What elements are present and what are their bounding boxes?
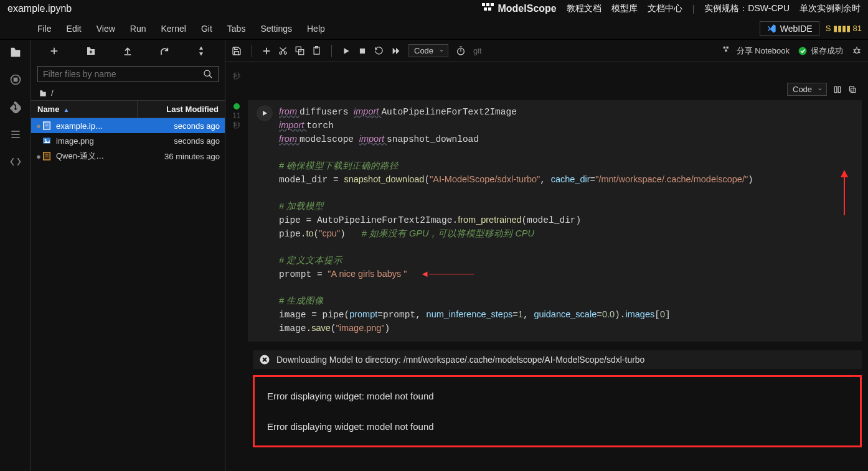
- breadcrumb[interactable]: /: [31, 86, 225, 100]
- svg-marker-38: [396, 47, 399, 54]
- notebook-area: Code git 分享 Notebook 保存成功 秒: [225, 40, 868, 471]
- svg-rect-43: [726, 46, 728, 48]
- upload-button[interactable]: [123, 46, 133, 56]
- nav-models[interactable]: 模型库: [611, 3, 638, 14]
- svg-point-27: [280, 52, 282, 54]
- share-notebook-button[interactable]: 分享 Notebook: [723, 45, 790, 57]
- menu-help[interactable]: Help: [307, 24, 325, 34]
- code-editor[interactable]: from diffusers import AutoPipelineForTex…: [279, 105, 753, 335]
- svg-rect-42: [724, 46, 725, 48]
- refresh-button[interactable]: [159, 46, 169, 56]
- menu-bar: File Edit View Run Kernel Git Tabs Setti…: [0, 17, 868, 40]
- filter-files-box[interactable]: [37, 66, 219, 82]
- top-right-nav: ModelScope 教程文档 模型库 文档中心 | 实例规格：DSW-CPU …: [481, 2, 861, 15]
- svg-point-46: [855, 49, 859, 53]
- files-header: Name▲ Last Modified: [31, 100, 225, 118]
- col-modified[interactable]: Last Modified: [138, 101, 225, 118]
- svg-rect-55: [849, 86, 854, 91]
- menu-view[interactable]: View: [97, 24, 115, 34]
- copy-button[interactable]: [295, 46, 304, 55]
- svg-point-19: [45, 139, 47, 141]
- cell-dropdown[interactable]: Code: [787, 83, 827, 96]
- cut-button[interactable]: [278, 46, 288, 55]
- file-row[interactable]: ●example.ip…seconds ago: [31, 118, 225, 133]
- sort-caret-icon: ▲: [63, 106, 69, 113]
- menu-tabs[interactable]: Tabs: [227, 24, 246, 34]
- svg-line-49: [859, 49, 860, 50]
- svg-line-48: [854, 49, 855, 50]
- svg-point-28: [284, 52, 286, 54]
- svg-line-50: [854, 52, 855, 52]
- cell-type-select[interactable]: Code: [408, 44, 448, 57]
- vscode-icon: [767, 24, 776, 34]
- running-tab[interactable]: [8, 72, 23, 87]
- git-tab[interactable]: [8, 100, 23, 114]
- file-row[interactable]: image.pngseconds ago: [31, 133, 225, 148]
- git-indicator[interactable]: git: [473, 46, 482, 55]
- svg-rect-53: [838, 86, 841, 92]
- svg-line-30: [280, 48, 285, 52]
- notebook-icon: [41, 121, 52, 131]
- run-all-button[interactable]: [391, 46, 401, 56]
- modelscope-logo[interactable]: ModelScope: [481, 2, 556, 15]
- insert-cell-button[interactable]: [262, 47, 271, 55]
- toc-tab[interactable]: [8, 127, 23, 142]
- restart-button[interactable]: [374, 46, 384, 55]
- filter-input[interactable]: [43, 69, 203, 79]
- timing-button[interactable]: [456, 46, 466, 56]
- output-line: Downloading Model to directory: /mnt/wor…: [253, 350, 862, 369]
- cell-expand-button[interactable]: [833, 85, 842, 94]
- annotation-arrow-up: [838, 169, 851, 218]
- svg-marker-37: [393, 47, 396, 54]
- error-line: Error displaying widget: model not found: [262, 411, 852, 442]
- file-name: image.png: [56, 136, 174, 146]
- new-launcher-button[interactable]: [49, 46, 59, 56]
- run-button[interactable]: [342, 47, 351, 55]
- menu-edit[interactable]: Edit: [67, 24, 82, 34]
- check-icon: [798, 47, 807, 55]
- col-name[interactable]: Name▲: [31, 101, 138, 118]
- notebook-icon: [41, 151, 52, 161]
- save-status: 保存成功: [798, 45, 843, 57]
- stage-badge: S ▮▮▮▮ 81: [826, 24, 862, 33]
- code-cell[interactable]: Code from diffusers import AutoPipelineF…: [248, 100, 862, 342]
- extensions-tab[interactable]: [8, 154, 23, 169]
- git-sync-button[interactable]: [196, 45, 207, 57]
- menu-file[interactable]: File: [37, 24, 52, 34]
- image-icon: [41, 136, 52, 146]
- file-row[interactable]: ●Qwen-通义…36 minutes ago: [31, 148, 225, 164]
- svg-rect-36: [360, 48, 365, 53]
- new-folder-button[interactable]: [85, 45, 97, 57]
- menu-settings[interactable]: Settings: [260, 24, 292, 34]
- remaining-label: 单次实例剩余时: [800, 3, 861, 14]
- svg-marker-56: [263, 111, 267, 116]
- save-button[interactable]: [232, 46, 242, 56]
- file-browser-tab[interactable]: [8, 45, 23, 60]
- bug-icon[interactable]: [852, 46, 862, 56]
- run-cell-button[interactable]: [257, 105, 273, 121]
- webide-button[interactable]: WebIDE: [760, 21, 819, 36]
- file-name: Qwen-通义…: [56, 151, 164, 162]
- paste-button[interactable]: [312, 46, 321, 55]
- window-title: example.ipynb: [7, 3, 72, 14]
- file-browser: / Name▲ Last Modified ●example.ip…second…: [31, 40, 225, 471]
- nav-docs[interactable]: 文档中心: [648, 3, 682, 14]
- svg-point-12: [204, 70, 210, 76]
- svg-rect-52: [834, 86, 837, 92]
- svg-marker-35: [344, 48, 349, 54]
- menu-kernel[interactable]: Kernel: [161, 24, 186, 34]
- nav-tutorial[interactable]: 教程文档: [567, 3, 601, 14]
- error-box: Error displaying widget: model not found…: [253, 375, 862, 447]
- title-bar: example.ipynb ModelScope 教程文档 模型库 文档中心 |…: [0, 0, 868, 17]
- svg-rect-2: [491, 3, 494, 6]
- menu-run[interactable]: Run: [130, 24, 146, 34]
- cell-duplicate-button[interactable]: [848, 85, 857, 94]
- stop-button[interactable]: [358, 47, 367, 55]
- notebook-body[interactable]: 秒 11秒 Code: [225, 62, 868, 471]
- menu-git[interactable]: Git: [201, 24, 212, 34]
- activity-bar: [0, 40, 31, 471]
- svg-marker-58: [841, 170, 848, 177]
- close-circle-icon[interactable]: [259, 354, 270, 365]
- svg-rect-4: [488, 7, 491, 11]
- cell-gutter: 11秒: [225, 100, 248, 342]
